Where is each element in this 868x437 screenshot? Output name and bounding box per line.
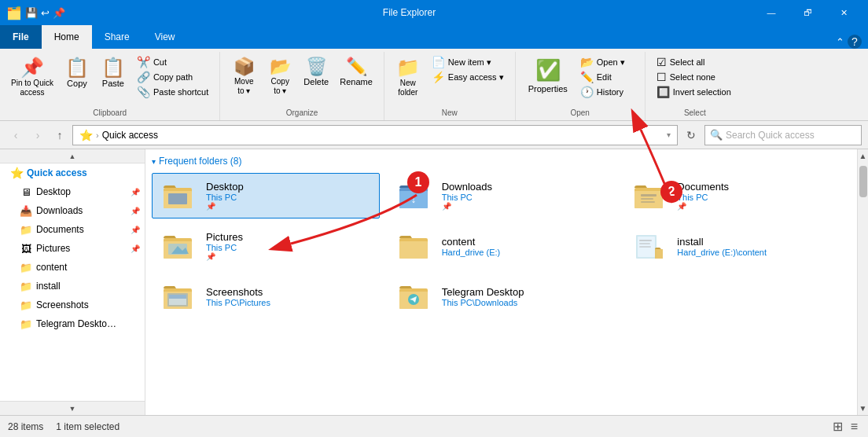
screenshots-name: Screenshots: [206, 286, 270, 298]
address-dropdown-icon[interactable]: ▾: [667, 130, 671, 139]
new-folder-button[interactable]: 📁 Newfolder: [391, 55, 425, 101]
selected-info: 1 item selected: [56, 421, 120, 432]
desktop-folder-icon: [164, 182, 195, 210]
sidebar-item-desktop[interactable]: 🖥 Desktop 📌: [0, 182, 145, 201]
folder-item-screenshots[interactable]: Screenshots This PC\Pictures: [152, 274, 380, 319]
open-button[interactable]: 📂 Open ▾: [576, 55, 638, 69]
tab-view[interactable]: View: [142, 25, 188, 49]
tab-share[interactable]: Share: [92, 25, 142, 49]
new-item-button[interactable]: 📄 New item ▾: [427, 55, 509, 69]
copy-to-button[interactable]: 📂 Copyto ▾: [263, 55, 297, 99]
move-label: Moveto ▾: [234, 77, 253, 96]
sidebar-item-pictures[interactable]: 🖼 Pictures 📌: [0, 239, 145, 258]
tab-home[interactable]: Home: [42, 25, 92, 49]
properties-button[interactable]: ✅ Properties: [522, 55, 574, 97]
folder-item-telegram[interactable]: Telegram Desktop This PC\Downloads: [388, 274, 616, 319]
address-box[interactable]: ⭐ › Quick access ▾: [72, 125, 678, 145]
copy-path-button[interactable]: 🔗 Copy path: [132, 70, 213, 84]
ribbon-group-clipboard: 📌 Pin to Quickaccess 📋 Copy 📋 Paste ✂️ C…: [0, 52, 220, 120]
scrollbar-down-arrow[interactable]: ▼: [857, 402, 868, 415]
rename-label: Rename: [340, 77, 373, 86]
svg-text:↓: ↓: [410, 193, 416, 205]
help-icon[interactable]: ?: [848, 35, 862, 49]
sidebar-item-documents[interactable]: 📁 Documents 📌: [0, 220, 145, 239]
refresh-button[interactable]: ↻: [681, 125, 701, 145]
new-small-group: 📄 New item ▾ ⚡ Easy access ▾: [427, 55, 509, 84]
pictures-folder-info: Pictures This PC 📌: [206, 231, 243, 261]
ribbon-group-organize: 📦 Moveto ▾ 📂 Copyto ▾ 🗑️ Delete ✏️ Renam…: [220, 52, 384, 120]
history-button[interactable]: 🕐 History: [576, 85, 638, 99]
easy-access-button[interactable]: ⚡ Easy access ▾: [427, 70, 509, 84]
scrollbar-up-arrow[interactable]: ▲: [857, 149, 868, 163]
sidebar-item-content[interactable]: 📁 content: [0, 258, 145, 277]
copy-button[interactable]: 📋 Copy: [60, 55, 94, 91]
invert-selection-button[interactable]: 🔲 Invert selection: [652, 85, 738, 99]
svg-rect-27: [169, 295, 186, 299]
pin-title-icon[interactable]: 📌: [53, 7, 65, 19]
paste-button[interactable]: 📋 Paste: [96, 55, 131, 91]
forward-button[interactable]: ›: [28, 126, 47, 145]
pictures-name: Pictures: [206, 231, 243, 243]
documents-sub: This PC: [677, 193, 729, 202]
folder-item-documents[interactable]: Documents This PC 📌: [623, 173, 851, 218]
restore-button[interactable]: 🗗: [789, 0, 826, 25]
pin-to-quick-access-button[interactable]: 📌 Pin to Quickaccess: [6, 55, 58, 101]
items-count: 28 items: [8, 421, 43, 432]
svg-rect-10: [641, 201, 655, 203]
sidebar-item-screenshots[interactable]: 📁 Screenshots: [0, 296, 145, 314]
sidebar-item-telegram[interactable]: 📁 Telegram Deskto…: [0, 314, 145, 333]
select-none-icon: ☐: [657, 72, 667, 83]
rename-icon: ✏️: [346, 58, 367, 75]
move-icon: 📦: [234, 58, 255, 75]
folder-item-pictures[interactable]: Pictures This PC 📌: [152, 223, 380, 269]
folder-item-content[interactable]: content Hard_drive (E:): [388, 223, 616, 269]
list-view-button[interactable]: ⊞: [830, 419, 845, 434]
sidebar-scroll-up[interactable]: ▲: [0, 149, 145, 163]
sidebar-item-install[interactable]: 📁 install: [0, 277, 145, 296]
scrollbar-thumb[interactable]: [859, 166, 867, 197]
new-item-label: New item ▾: [448, 57, 491, 68]
sidebar-scroll-down[interactable]: ▼: [0, 401, 145, 415]
sidebar-item-quick-access[interactable]: ⭐ Quick access: [0, 163, 145, 182]
sidebar-content-label: content: [36, 262, 140, 273]
collapse-ribbon-icon[interactable]: ⌃: [836, 36, 844, 48]
select-items: ☑ Select all ☐ Select none 🔲 Invert sele…: [652, 52, 738, 107]
ribbon-tab-right: ⌃ ?: [836, 35, 868, 49]
window-controls: — 🗗 ✕: [753, 0, 862, 25]
details-view-button[interactable]: ≡: [848, 420, 860, 434]
paste-shortcut-label: Paste shortcut: [153, 87, 208, 97]
tab-file[interactable]: File: [0, 25, 42, 49]
content-name: content: [442, 236, 501, 248]
search-box[interactable]: 🔍 Search Quick access: [704, 125, 862, 145]
section-chevron-icon[interactable]: ▾: [152, 157, 156, 166]
select-none-button[interactable]: ☐ Select none: [652, 70, 738, 84]
documents-pin-icon: 📌: [131, 226, 140, 234]
edit-button[interactable]: ✏️ Edit: [576, 70, 638, 84]
open-small-group: 📂 Open ▾ ✏️ Edit 🕐 History: [576, 55, 638, 99]
folder-item-downloads[interactable]: ↓ Downloads This PC 📌: [388, 173, 616, 218]
close-button[interactable]: ✕: [826, 0, 862, 25]
delete-button[interactable]: 🗑️ Delete: [299, 55, 333, 90]
sidebar-item-downloads[interactable]: 📥 Downloads 📌: [0, 201, 145, 220]
search-icon: 🔍: [710, 129, 723, 141]
folder-item-desktop[interactable]: Desktop This PC 📌: [152, 173, 380, 218]
desktop-folder-info: Desktop This PC 📌: [206, 181, 244, 211]
install-name: install: [677, 236, 767, 248]
folder-grid: Desktop This PC 📌 ↓: [152, 173, 851, 319]
documents-folder-info: Documents This PC 📌: [677, 181, 729, 211]
minimize-button[interactable]: —: [753, 0, 789, 25]
move-to-button[interactable]: 📦 Moveto ▾: [226, 55, 261, 99]
screenshots-icon-wrap: [160, 281, 198, 312]
cut-button[interactable]: ✂️ Cut: [132, 55, 213, 69]
main-area: ▲ ⭐ Quick access 🖥 Desktop 📌 📥 Downloads…: [0, 149, 868, 415]
folder-item-install[interactable]: install Hard_drive (E:)\content: [623, 223, 851, 269]
back-button[interactable]: ‹: [6, 126, 25, 145]
status-bar-right: ⊞ ≡: [830, 419, 860, 434]
documents-name: Documents: [677, 181, 729, 193]
select-all-button[interactable]: ☑ Select all: [652, 55, 738, 69]
paste-shortcut-button[interactable]: 📎 Paste shortcut: [132, 85, 213, 99]
rename-button[interactable]: ✏️ Rename: [335, 55, 377, 90]
downloads-sub: This PC: [442, 193, 492, 202]
svg-rect-9: [641, 198, 653, 200]
up-button[interactable]: ↑: [50, 126, 69, 145]
